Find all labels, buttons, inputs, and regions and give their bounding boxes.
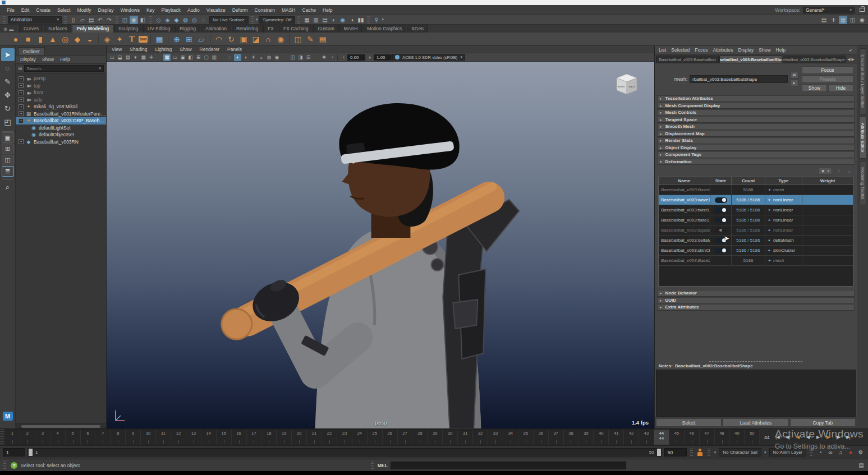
- timeline-frame[interactable]: 15: [217, 430, 232, 445]
- layout-single-pane-button[interactable]: ▣: [2, 132, 14, 143]
- shelf-options[interactable]: ⚙▬: [3, 27, 13, 32]
- timeline-frame[interactable]: 40: [594, 430, 609, 445]
- quad-draw-icon[interactable]: ▱: [196, 34, 207, 45]
- poly-sphere-icon[interactable]: ●: [10, 34, 21, 45]
- presets-button[interactable]: Presets: [802, 75, 853, 83]
- view-cube[interactable]: RIGHT BACK: [614, 72, 640, 95]
- expand-icon[interactable]: [19, 97, 24, 102]
- timeline-frame[interactable]: 5: [66, 430, 81, 445]
- chevron-down-icon[interactable]: ▾: [714, 450, 717, 455]
- attribute-editor-tab[interactable]: Baseballbat_v003:Baseballbat: [656, 56, 719, 63]
- screen-space-ao-icon[interactable]: ◍: [265, 54, 273, 61]
- timeline-frame[interactable]: 7: [95, 430, 111, 445]
- select-hierarchy-icon[interactable]: ◫: [121, 16, 129, 24]
- multi-cut-icon[interactable]: ▦: [154, 34, 165, 45]
- move-tool[interactable]: ✥: [1, 89, 15, 102]
- circularize-icon[interactable]: ◠: [213, 34, 224, 45]
- exposure-field[interactable]: 0.00: [347, 54, 365, 61]
- bookmarks-icon[interactable]: ▾: [132, 54, 139, 61]
- attribute-editor-menu-item[interactable]: Focus: [695, 47, 708, 53]
- attribute-section[interactable]: Smooth Mesh: [657, 123, 855, 130]
- hide-button[interactable]: Hide: [828, 84, 853, 92]
- timeline-frame[interactable]: 12: [171, 430, 186, 445]
- menu-item[interactable]: Key: [143, 7, 158, 13]
- timeline-frame[interactable]: 30: [443, 430, 458, 445]
- wireframe-icon[interactable]: ◌: [226, 54, 233, 61]
- tab-scroll-right-icon[interactable]: ▶: [852, 57, 855, 62]
- step-back-key-button[interactable]: ◀: [792, 432, 802, 442]
- poly-plane-icon[interactable]: ◆: [72, 34, 83, 45]
- sweep-mesh-icon[interactable]: ✦: [114, 34, 125, 45]
- swap-node-icon[interactable]: ⇄: [790, 72, 798, 79]
- attribute-editor-menu-item[interactable]: Selected: [671, 47, 690, 53]
- outliner-item[interactable]: top: [16, 82, 106, 90]
- chevron-down-icon[interactable]: ▾: [256, 17, 258, 22]
- motion-blur-icon[interactable]: ◉: [273, 54, 281, 61]
- timeline-frame[interactable]: 33: [488, 430, 503, 445]
- poly-cylinder-icon[interactable]: ▮: [35, 34, 46, 45]
- outliner-menu-item[interactable]: Show: [42, 57, 54, 62]
- attribute-editor-menu-item[interactable]: List: [659, 47, 666, 53]
- state-toggle[interactable]: [715, 197, 727, 203]
- timeline-frame[interactable]: 48: [715, 430, 730, 445]
- current-time-field[interactable]: 44: [762, 435, 771, 440]
- show-button[interactable]: Show: [802, 84, 827, 92]
- sidebar-tab[interactable]: Attribute Editor: [859, 117, 866, 159]
- current-frame-render-icon[interactable]: ▥: [311, 16, 320, 24]
- channel-box-toggle-icon[interactable]: ▦: [839, 16, 847, 24]
- mute-audio-icon[interactable]: ♫: [836, 448, 845, 457]
- attribute-section[interactable]: Displacement Map: [657, 131, 855, 137]
- go-to-start-button[interactable]: |◀: [772, 432, 782, 442]
- deformer-row[interactable]: Baseballbat_v003:wave1 5186 / 5186 nonLi…: [659, 195, 853, 205]
- shaded-icon[interactable]: ◐: [234, 54, 241, 61]
- scale-tool[interactable]: ◰: [1, 116, 15, 128]
- viewport-menu-item[interactable]: Lighting: [155, 47, 172, 52]
- image-plane-icon[interactable]: ▦: [140, 54, 147, 61]
- timeline-frame[interactable]: 27: [398, 430, 413, 445]
- attribute-section[interactable]: Object Display: [657, 145, 855, 151]
- attribute-editor-menu-item[interactable]: Show: [759, 47, 770, 53]
- sidebar-tab[interactable]: Modeling Toolkit: [859, 161, 866, 205]
- timeline-frame[interactable]: 17: [247, 430, 262, 445]
- chevron-down-icon[interactable]: ▾: [382, 17, 384, 22]
- timeline-frame[interactable]: 22: [322, 430, 337, 445]
- outliner-item[interactable]: Baseballbat_v003RN: [16, 139, 106, 146]
- playback-speed-icon[interactable]: ◔: [816, 448, 825, 457]
- move-up-icon[interactable]: ↑: [835, 169, 842, 174]
- attribute-section[interactable]: UUID: [657, 297, 855, 304]
- attribute-section[interactable]: Deformation: [657, 159, 855, 165]
- grip-handle[interactable]: [251, 16, 254, 24]
- state-toggle[interactable]: [715, 218, 727, 223]
- connect-icon[interactable]: ⊞: [183, 34, 195, 45]
- expand-icon[interactable]: [19, 104, 24, 109]
- shelf-tab[interactable]: Poly Modeling: [72, 25, 113, 33]
- grip-handle[interactable]: [297, 16, 300, 24]
- expand-icon[interactable]: [19, 83, 24, 88]
- grip-handle[interactable]: [810, 449, 812, 456]
- viewport-menu-item[interactable]: Panels: [227, 47, 242, 52]
- range-start-handle[interactable]: [29, 449, 33, 456]
- shelf-tab[interactable]: UV Editing: [143, 25, 174, 33]
- notes-textarea[interactable]: [656, 370, 856, 417]
- timeline-frame[interactable]: 11: [156, 430, 171, 445]
- timeline-frame[interactable]: 32: [473, 430, 488, 445]
- auto-keyframe-icon[interactable]: ●: [846, 448, 855, 457]
- attribute-section[interactable]: Component Tags: [657, 151, 855, 158]
- chevron-down-icon[interactable]: ▾: [764, 450, 767, 455]
- anim-layer-select[interactable]: No Anim Layer: [769, 448, 806, 456]
- layout-four-pane-button[interactable]: ⊞: [2, 144, 14, 154]
- timeline-frame[interactable]: 38: [564, 430, 579, 445]
- timeline-frame[interactable]: 4: [50, 430, 66, 445]
- timeline-frame[interactable]: 49: [730, 430, 745, 445]
- step-forward-frame-button[interactable]: |▶: [833, 432, 843, 442]
- menu-item[interactable]: Audio: [184, 7, 203, 13]
- attribute-editor-toggle-icon[interactable]: ◫: [848, 16, 857, 24]
- shadows-icon[interactable]: ◒: [258, 54, 265, 61]
- play-backwards-button[interactable]: ◀: [802, 432, 812, 442]
- ipr-render-icon[interactable]: ▤: [320, 16, 329, 24]
- viewport-menu-item[interactable]: Show: [180, 47, 191, 52]
- timeline-frame[interactable]: 13: [186, 430, 201, 445]
- sidebar-tab[interactable]: Channel Box / Layer Editor: [859, 48, 866, 114]
- colorspace-select[interactable]: ACES 1.0 SDR-video (sRGB) ▾: [392, 54, 465, 61]
- timeline-frame[interactable]: 36: [534, 430, 549, 445]
